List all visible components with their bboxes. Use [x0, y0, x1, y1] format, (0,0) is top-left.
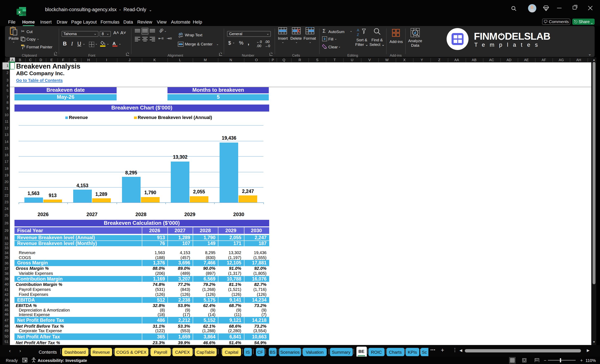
svg-text:A: A: [357, 28, 359, 32]
svg-text:Z: Z: [357, 33, 359, 36]
